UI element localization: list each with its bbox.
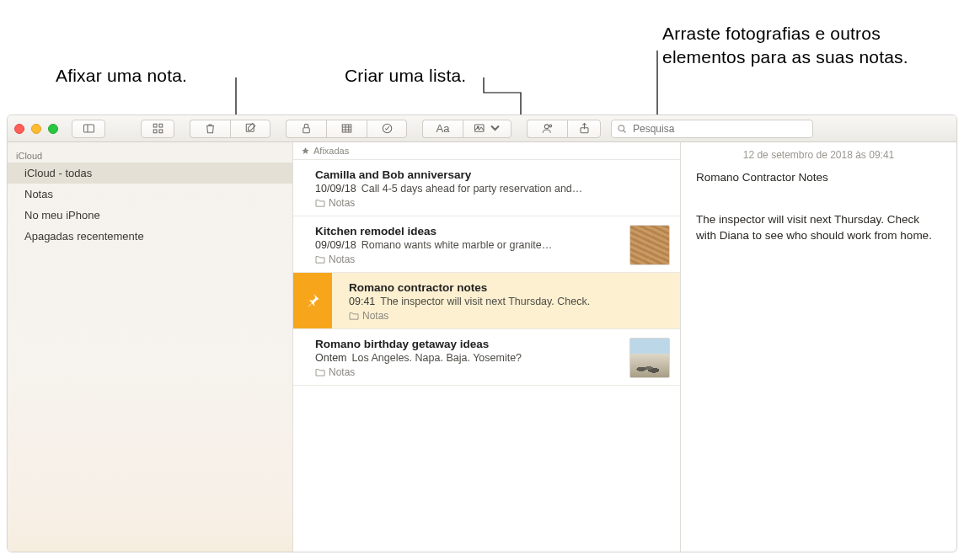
titlebar: Aa [8, 115, 956, 142]
note-row[interactable]: Kitchen remodel ideas 09/09/18Romano wan… [293, 216, 680, 273]
search-input[interactable] [631, 122, 807, 136]
svg-rect-7 [303, 128, 310, 133]
table-button[interactable] [326, 120, 367, 138]
folder-icon [315, 199, 325, 207]
note-folder: Notas [329, 253, 355, 265]
note-preview: Call 4-5 days ahead for party reservatio… [362, 183, 583, 195]
svg-rect-4 [153, 130, 157, 133]
note-date: Ontem [315, 352, 347, 364]
callout-list: Criar uma lista. [345, 66, 466, 86]
sidebar-section-header: iCloud [8, 147, 292, 163]
note-row-selected[interactable]: Romano contractor notes 09:41The inspect… [293, 273, 680, 329]
format-button[interactable]: Aa [422, 120, 463, 138]
search-field[interactable] [611, 120, 813, 138]
note-folder: Notas [329, 366, 355, 378]
maximize-icon[interactable] [48, 124, 58, 134]
compose-button[interactable] [230, 120, 270, 138]
svg-point-16 [544, 125, 549, 129]
note-preview: The inspector will visit next Thursday. … [380, 296, 590, 307]
note-row[interactable]: Camilla and Bob anniversary 10/09/18Call… [293, 160, 680, 216]
notes-window: Aa iCloud iCloud - todas Notas [7, 115, 957, 552]
search-icon [617, 124, 627, 134]
detail-title[interactable]: Romano Contractor Notes [696, 171, 941, 184]
minimize-icon[interactable] [31, 124, 41, 134]
folder-icon [349, 312, 359, 320]
svg-point-19 [619, 125, 624, 131]
media-button[interactable] [463, 120, 511, 138]
note-thumbnail [629, 338, 670, 378]
svg-rect-2 [153, 124, 157, 127]
traffic-lights [14, 124, 58, 134]
lock-button[interactable] [286, 120, 326, 138]
sidebar-item-icloud-all[interactable]: iCloud - todas [8, 163, 292, 184]
note-list: Afixadas Camilla and Bob anniversary 10/… [293, 142, 681, 552]
note-title: Kitchen remodel ideas [315, 225, 621, 237]
sidebar: iCloud iCloud - todas Notas No meu iPhon… [8, 142, 293, 552]
note-date: 10/09/18 [315, 183, 356, 195]
folder-icon [315, 368, 325, 376]
sidebar-item-notes[interactable]: Notas [8, 184, 292, 205]
note-preview: Romano wants white marble or granite… [362, 239, 553, 251]
note-title: Romano contractor notes [349, 281, 670, 294]
pin-gutter[interactable] [293, 273, 332, 328]
share-button[interactable] [567, 120, 601, 138]
detail-body[interactable]: The inspector will visit next Thursday. … [696, 212, 941, 244]
note-folder: Notas [362, 310, 388, 322]
note-title: Camilla and Bob anniversary [315, 168, 670, 181]
svg-rect-0 [83, 125, 94, 132]
note-thumbnail [629, 225, 670, 265]
svg-rect-8 [342, 125, 351, 132]
note-preview: Los Angeles. Napa. Baja. Yosemite? [352, 352, 522, 364]
add-people-button[interactable] [527, 120, 567, 138]
delete-button[interactable] [190, 120, 230, 138]
pin-icon [304, 292, 321, 309]
pinned-label: Afixadas [313, 146, 349, 156]
close-icon[interactable] [14, 124, 24, 134]
note-title: Romano birthday getaway ideas [315, 338, 621, 350]
grid-view-button[interactable] [141, 120, 174, 138]
sidebar-item-iphone[interactable]: No meu iPhone [8, 205, 292, 226]
svg-rect-5 [159, 130, 163, 133]
folder-icon [315, 255, 325, 264]
callout-pin: Afixar uma nota. [56, 66, 187, 86]
note-detail: 12 de setembro de 2018 às 09:41 Romano C… [681, 142, 956, 552]
note-date: 09:41 [349, 296, 375, 307]
toggle-sidebar-button[interactable] [72, 120, 105, 138]
detail-timestamp: 12 de setembro de 2018 às 09:41 [696, 149, 941, 161]
checklist-button[interactable] [367, 120, 407, 138]
note-folder: Notas [329, 197, 355, 209]
note-row[interactable]: Romano birthday getaway ideas OntemLos A… [293, 329, 680, 386]
callout-drag: Arraste fotografias e outros elementos p… [662, 22, 949, 70]
note-date: 09/09/18 [315, 239, 356, 251]
svg-line-20 [624, 131, 625, 132]
pinned-header: Afixadas [293, 142, 680, 160]
sidebar-item-deleted[interactable]: Apagadas recentemente [8, 226, 292, 247]
svg-rect-3 [159, 124, 163, 127]
